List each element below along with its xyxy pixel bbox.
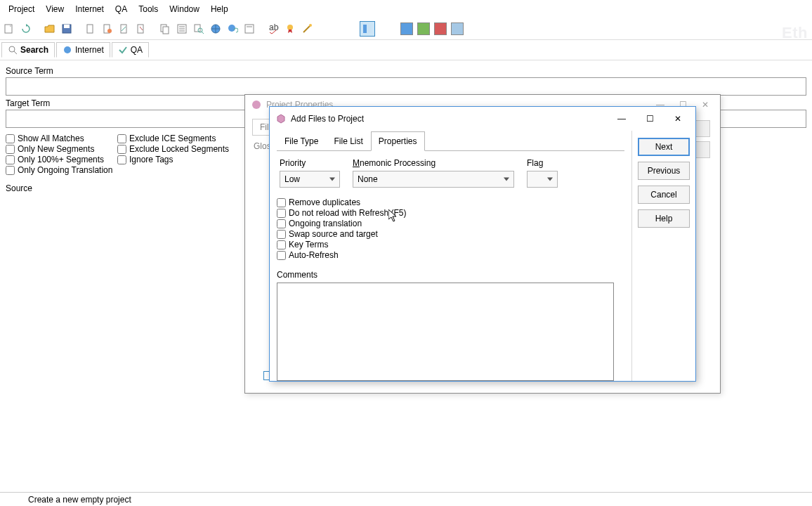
globe-icon[interactable] (208, 21, 223, 37)
spellcheck-icon[interactable]: abc (266, 21, 281, 37)
cancel-button[interactable]: Cancel (638, 186, 690, 204)
status-bar: Create a new empty project (0, 492, 812, 506)
menu-qa[interactable]: QA (110, 1, 133, 17)
svg-rect-2 (64, 25, 70, 28)
copy-icon[interactable] (157, 21, 173, 37)
open-icon[interactable] (42, 21, 58, 37)
props-icon[interactable] (242, 21, 257, 37)
refresh-icon[interactable] (18, 21, 34, 37)
minimize-button[interactable]: — (610, 111, 634, 126)
maximize-button[interactable]: ☐ (638, 111, 662, 126)
check-no-reload[interactable] (277, 209, 286, 218)
app-icon (251, 99, 262, 110)
menu-view[interactable]: View (40, 1, 70, 17)
tab-qa-label: QA (131, 45, 143, 55)
svg-point-29 (64, 46, 71, 53)
check-only-ongoing-label: Only Ongoing Translation (18, 165, 112, 175)
comments-label: Comments (277, 270, 624, 280)
check-auto-refresh[interactable] (277, 251, 286, 260)
status-text: Create a new empty project (28, 495, 131, 505)
wand-icon[interactable] (299, 21, 315, 37)
tab-qa[interactable]: QA (112, 42, 149, 58)
next-button[interactable]: Next (638, 138, 690, 156)
color-red-icon[interactable] (433, 21, 448, 37)
menu-window[interactable]: Window (164, 1, 205, 17)
dialog-buttons: Next Previous Cancel Help (632, 131, 695, 381)
find-icon[interactable] (191, 21, 207, 37)
dialog-titlebar: Add Files to Project — ☐ ✕ (270, 107, 695, 131)
check-only-100plus-label: Only 100%+ Segments (18, 155, 104, 164)
svg-line-16 (202, 32, 204, 34)
doc1-icon[interactable] (83, 21, 98, 37)
svg-rect-26 (367, 25, 372, 33)
svg-point-18 (228, 25, 235, 32)
secondary-tabs: Search Internet QA (0, 40, 812, 60)
source-term-label: Source Term (6, 66, 806, 76)
svg-rect-3 (87, 25, 93, 33)
menu-tools[interactable]: Tools (133, 1, 164, 17)
source-term-input[interactable] (6, 77, 806, 96)
save-icon[interactable] (59, 21, 74, 37)
close-icon[interactable]: ✕ (696, 98, 714, 112)
check-swap-label: Swap source and target (289, 229, 378, 239)
svg-marker-31 (277, 115, 284, 123)
doc2-icon[interactable] (100, 21, 115, 37)
tab-filelist[interactable]: File List (326, 131, 370, 151)
check-exclude-locked-label: Exclude Locked Segments (129, 144, 229, 154)
check-only-100plus[interactable] (6, 155, 15, 164)
check-ignore-tags[interactable] (117, 155, 126, 164)
list-icon[interactable] (174, 21, 190, 37)
color-green-icon[interactable] (416, 21, 431, 37)
mnemonic-select[interactable]: None (353, 171, 514, 188)
check-exclude-ice-label: Exclude ICE Segments (129, 134, 216, 143)
menu-project[interactable]: Project (3, 1, 40, 17)
menu-internet[interactable]: Internet (70, 1, 110, 17)
check-only-ongoing[interactable] (6, 166, 15, 175)
tab-search-label: Search (20, 45, 48, 55)
flag-label: Flag (527, 158, 558, 168)
check-show-all-label: Show All Matches (18, 134, 84, 143)
check-swap-source-target[interactable] (277, 230, 286, 239)
comments-input[interactable] (277, 283, 614, 381)
close-button[interactable]: ✕ (666, 111, 690, 126)
check-icon (118, 45, 128, 55)
check-remove-duplicates[interactable] (277, 198, 286, 207)
color-lightblue-icon[interactable] (450, 21, 465, 37)
svg-rect-19 (245, 25, 254, 33)
tab-internet-label: Internet (75, 45, 104, 55)
doc4-icon[interactable] (133, 21, 149, 37)
help-button[interactable]: Help (638, 209, 690, 228)
layout1-icon[interactable] (360, 21, 375, 37)
check-key-terms[interactable] (277, 240, 286, 249)
check-only-new-label: Only New Segments (18, 144, 94, 154)
priority-value: Low (284, 174, 300, 184)
previous-button[interactable]: Previous (638, 162, 690, 180)
globe-refresh-icon[interactable] (225, 21, 240, 37)
medal-icon[interactable] (282, 21, 298, 37)
check-ignore-tags-label: Ignore Tags (129, 155, 173, 164)
color-blue-icon[interactable] (399, 21, 414, 37)
flag-select[interactable] (527, 171, 558, 188)
tab-search[interactable]: Search (1, 42, 55, 58)
check-auto-refresh-label: Auto-Refresh (289, 250, 339, 260)
check-show-all[interactable] (6, 134, 15, 143)
tab-properties[interactable]: Properties (371, 131, 425, 151)
check-only-new[interactable] (6, 145, 15, 154)
mnemonic-label: MMnemonic Processingnemonic Processing (353, 158, 514, 168)
new-project-icon[interactable] (1, 21, 17, 37)
check-ongoing-translation[interactable] (277, 219, 286, 228)
svg-point-30 (252, 100, 261, 109)
doc3-icon[interactable] (117, 21, 132, 37)
tab-internet[interactable]: Internet (56, 42, 110, 58)
menu-help[interactable]: Help (205, 1, 234, 17)
check-key-terms-label: Key Terms (289, 240, 328, 249)
priority-label: Priority (280, 158, 340, 168)
svg-rect-9 (163, 27, 169, 34)
svg-line-28 (14, 51, 17, 54)
check-exclude-ice[interactable] (117, 134, 126, 143)
check-exclude-locked[interactable] (117, 145, 126, 154)
check-remove-duplicates-label: Remove duplicates (289, 197, 360, 207)
tab-filetype[interactable]: File Type (277, 131, 326, 151)
svg-point-22 (287, 25, 293, 30)
priority-select[interactable]: Low (280, 171, 340, 188)
